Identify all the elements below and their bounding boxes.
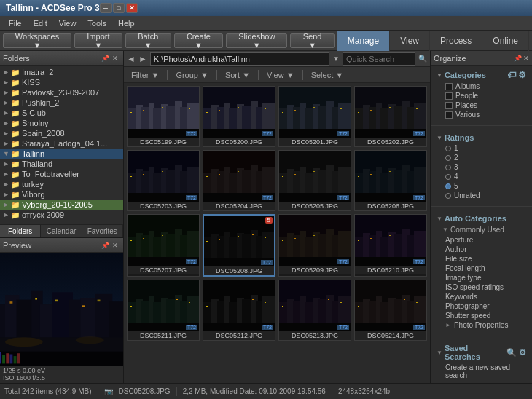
right-pin-icon[interactable]: 📌 <box>514 55 522 62</box>
thumb-item[interactable]: T72 DSC05201.JPG <box>278 86 351 147</box>
menu-file[interactable]: File <box>3 17 28 29</box>
auto-aperture[interactable]: Aperture <box>434 235 529 245</box>
menu-help[interactable]: Help <box>112 17 141 29</box>
thumb-item[interactable]: T72 DSC05204.JPG <box>203 150 275 211</box>
category-albums[interactable]: Albums <box>434 82 529 91</box>
tab-calendar[interactable]: Calendar <box>41 225 82 237</box>
categories-manage-icon[interactable]: ⚙ <box>518 70 526 80</box>
tab-folders[interactable]: Folders <box>0 225 41 237</box>
rating-4[interactable]: 4 <box>434 172 529 181</box>
tab-process[interactable]: Process <box>430 31 482 51</box>
preview-close-icon[interactable]: ✕ <box>110 240 120 250</box>
right-close-icon[interactable]: ✕ <box>523 55 529 62</box>
folder-close-icon[interactable]: ✕ <box>110 53 120 63</box>
tab-online[interactable]: Online <box>482 31 529 51</box>
folder-item[interactable]: ►📁Staraya_Ladoga_04.1... <box>0 138 123 149</box>
maximize-button[interactable]: □ <box>113 3 125 13</box>
commonly-used-header[interactable]: ▼ Commonly Used <box>434 224 529 235</box>
close-button[interactable]: ✕ <box>126 3 138 13</box>
thumb-item[interactable]: T72 DSC05199.JPG <box>127 86 200 147</box>
folder-item[interactable]: ►📁turkey <box>0 179 123 189</box>
auto-author[interactable]: Author <box>434 245 529 254</box>
saved-search-gear-icon[interactable]: ⚙ <box>519 348 526 357</box>
folder-item[interactable]: ►📁Pavlovsk_23-09-2007 <box>0 87 123 98</box>
auto-shutter[interactable]: Shutter speed <box>434 311 529 320</box>
folder-item[interactable]: ►📁Pushkin_2 <box>0 98 123 108</box>
auto-photographer[interactable]: Photographer <box>434 301 529 311</box>
auto-focal-length[interactable]: Focal length <box>434 264 529 273</box>
thumb-item[interactable]: T72 DSC05205.JPG <box>278 150 351 211</box>
group-btn[interactable]: Group ▼ <box>171 70 213 80</box>
thumb-item[interactable]: 5 T72 DSC05208.JPG <box>203 214 275 277</box>
auto-photo-props[interactable]: ► Photo Properties <box>434 320 529 330</box>
search-input[interactable] <box>343 52 415 66</box>
search-icon[interactable]: 🔍 <box>418 55 427 63</box>
path-input[interactable] <box>150 52 329 66</box>
slideshow-button[interactable]: Slideshow ▼ <box>226 33 287 48</box>
view-btn[interactable]: View ▼ <box>262 70 299 80</box>
thumb-item[interactable]: T72 DSC05213.JPG <box>278 280 351 341</box>
tab-manage[interactable]: Manage <box>337 31 390 51</box>
import-button[interactable]: Import ▼ <box>74 33 122 48</box>
batch-button[interactable]: Batch ▼ <box>125 33 171 48</box>
menu-edit[interactable]: Edit <box>28 17 53 29</box>
folder-item[interactable]: ►📁Imatra_2 <box>0 67 123 77</box>
folder-item[interactable]: ►📁Spain_2008 <box>0 128 123 138</box>
auto-iso[interactable]: ISO speed ratings <box>434 283 529 292</box>
folder-item[interactable]: ►📁To_Fototraveller <box>0 169 123 179</box>
create-button[interactable]: Create ▼ <box>174 33 224 48</box>
create-search-item[interactable]: Create a new saved search <box>434 363 529 380</box>
auto-keywords[interactable]: Keywords <box>434 292 529 301</box>
saved-search-add-icon[interactable]: 🔍 <box>506 348 517 357</box>
folder-item[interactable]: ►📁S Club <box>0 108 123 118</box>
auto-categories-header[interactable]: ▼ Auto Categories <box>434 213 529 224</box>
categories-header[interactable]: ▼ Categories 🏷 ⚙ <box>434 68 529 82</box>
folder-pin-icon[interactable]: 📌 <box>100 53 110 63</box>
path-dropdown-icon[interactable]: ▼ <box>332 55 340 63</box>
thumb-item[interactable]: T72 DSC05210.JPG <box>354 214 427 277</box>
auto-filesize[interactable]: File size <box>434 254 529 264</box>
thumb-item[interactable]: T72 DSC05200.JPG <box>203 86 275 147</box>
rating-2[interactable]: 2 <box>434 153 529 162</box>
filter-btn[interactable]: Filter ▼ <box>127 70 163 80</box>
rating-1[interactable]: 1 <box>434 143 529 153</box>
saved-searches-header[interactable]: ▼ Saved Searches 🔍 ⚙ <box>434 342 529 363</box>
thumb-item[interactable]: T72 DSC05203.JPG <box>127 150 200 211</box>
rating-5[interactable]: 5 <box>434 181 529 191</box>
menu-view[interactable]: View <box>53 17 82 29</box>
tab-view[interactable]: View <box>390 31 430 51</box>
folder-item[interactable]: ►📁Vyborg_20-10-2005 <box>0 200 123 210</box>
ratings-header[interactable]: ▼ Ratings <box>434 132 529 143</box>
folder-item[interactable]: ▼📁Tallinn <box>0 149 123 159</box>
category-people[interactable]: People <box>434 91 529 100</box>
folder-item[interactable]: ►📁Thailand <box>0 159 123 169</box>
rating-unrated[interactable]: Unrated <box>434 191 529 200</box>
folder-item[interactable]: ►📁Viborg <box>0 189 123 200</box>
preview-pin-icon[interactable]: 📌 <box>100 240 110 250</box>
forward-icon[interactable]: ► <box>138 54 147 64</box>
workspaces-button[interactable]: Workspaces ▼ <box>3 33 71 48</box>
folder-item[interactable]: ►📁Smolny <box>0 118 123 128</box>
minimize-button[interactable]: ─ <box>100 3 112 13</box>
category-places[interactable]: Places <box>434 100 529 110</box>
back-icon[interactable]: ◄ <box>127 54 136 64</box>
auto-image-type[interactable]: Image type <box>434 273 529 283</box>
thumb-item[interactable]: T72 DSC05212.JPG <box>203 280 275 341</box>
folder-item[interactable]: ►📁KISS <box>0 77 123 87</box>
category-various[interactable]: Various <box>434 110 529 119</box>
thumb-item[interactable]: T72 DSC05207.JPG <box>127 214 200 277</box>
thumb-item[interactable]: T72 DSC05206.JPG <box>354 150 427 211</box>
thumb-item[interactable]: T72 DSC05211.JPG <box>127 280 200 341</box>
menu-tools[interactable]: Tools <box>82 17 112 29</box>
sep2 <box>216 70 217 80</box>
categories-add-icon[interactable]: 🏷 <box>507 70 516 80</box>
rating-3[interactable]: 3 <box>434 162 529 172</box>
send-button[interactable]: Send ▼ <box>290 33 334 48</box>
thumb-item[interactable]: T72 DSC05202.JPG <box>354 86 427 147</box>
tab-favorites[interactable]: Favorites <box>82 225 123 237</box>
select-btn[interactable]: Select ▼ <box>307 70 348 80</box>
thumb-item[interactable]: T72 DSC05214.JPG <box>354 280 427 341</box>
thumb-item[interactable]: T72 DSC05209.JPG <box>278 214 351 277</box>
folder-item[interactable]: ►📁отгуск 2009 <box>0 210 123 220</box>
sort-btn[interactable]: Sort ▼ <box>221 70 254 80</box>
